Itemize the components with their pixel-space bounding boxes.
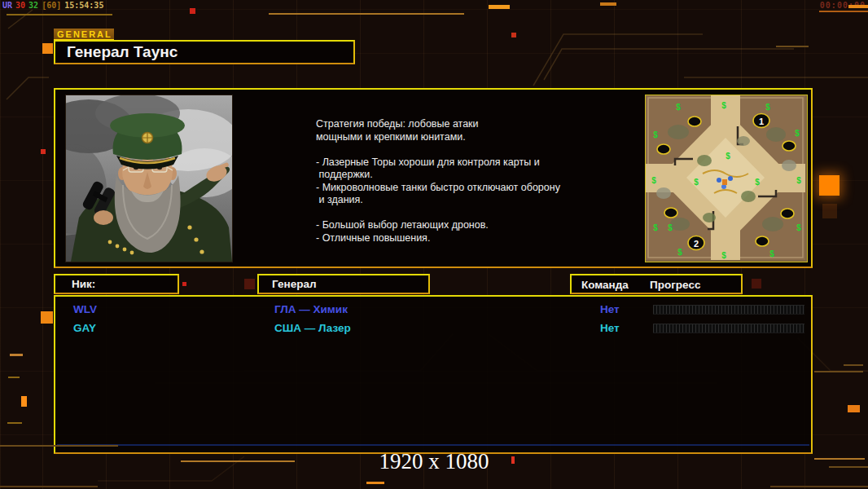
money-pile-icon: $ [694, 178, 699, 187]
circuit-decor [819, 11, 868, 12]
circuit-decor [41, 311, 53, 324]
money-pile-icon: $ [755, 178, 760, 187]
strategy-description: Стратегия победы: лобовые атаки мощными … [316, 118, 593, 244]
page-title: Генерал Таунс [55, 42, 353, 63]
circuit-decor [814, 371, 863, 372]
circuit-decor [269, 13, 464, 15]
circuit-decor [182, 282, 186, 286]
circuit-decor [489, 5, 510, 9]
map-start-marker-1: 1 [759, 117, 764, 126]
circuit-decor [8, 377, 20, 378]
tab-general[interactable]: GENERAL [54, 29, 114, 40]
circuit-decor [814, 458, 865, 460]
money-pile-icon: $ [796, 176, 801, 185]
player-progress-bar [653, 324, 804, 333]
player-progress-bar [653, 305, 804, 315]
circuit-decor [770, 486, 868, 487]
general-portrait [65, 95, 233, 262]
circuit-decor [829, 466, 868, 468]
general-column-label: Генерал [259, 275, 428, 293]
circuit-decor [41, 149, 46, 154]
nick-column-label: Ник: [55, 275, 178, 293]
circuit-decor [822, 204, 837, 218]
debug-status-text: UR3032[60]15:54:35 [2, 1, 107, 10]
debug-segment: UR [2, 1, 12, 10]
circuit-decor [511, 456, 515, 464]
circuit-decor [511, 33, 516, 37]
circuit-decor [819, 175, 840, 196]
money-pile-icon: $ [726, 152, 730, 161]
money-pile-icon: $ [668, 223, 673, 232]
player-general: ГЛА — Химик [274, 303, 348, 315]
circuit-decor [0, 445, 118, 447]
player-row: WLV ГЛА — Химик Нет [55, 301, 811, 319]
money-pile-icon: $ [721, 251, 726, 260]
circuit-decor [181, 460, 295, 462]
general-portrait-image [66, 95, 232, 262]
circuit-decor [21, 396, 27, 407]
debug-segment: [60] [42, 1, 61, 10]
map-preview: $$ $$ $$ $$ $$ $$ $$ $$ 1 2 [645, 95, 808, 262]
progress-column-label: Прогресс [650, 276, 700, 293]
general-title-box: Генерал Таунс [54, 40, 355, 64]
circuit-decor [0, 486, 98, 487]
player-nick: WLV [73, 303, 97, 315]
circuit-decor [7, 422, 22, 424]
player-team: Нет [600, 303, 620, 315]
team-column-label: Команда [581, 276, 629, 293]
money-pile-icon: $ [653, 223, 658, 232]
money-pile-icon: $ [677, 248, 682, 257]
money-pile-icon: $ [676, 103, 681, 112]
circuit-decor [244, 279, 255, 289]
circuit-decor [848, 5, 868, 8]
player-row: GAY США — Лазер Нет [55, 319, 811, 338]
circuit-decor [42, 43, 53, 54]
column-header-team-progress: Команда Прогресс [570, 274, 743, 294]
column-header-nick: Ник: [54, 274, 179, 294]
circuit-decor [10, 354, 23, 356]
general-info-panel: Стратегия победы: лобовые атаки мощными … [54, 88, 813, 268]
circuit-decor [7, 14, 112, 15]
player-team: Нет [600, 322, 620, 334]
column-header-general: Генерал [257, 274, 430, 294]
circuit-decor [190, 8, 195, 14]
player-list-panel: WLV ГЛА — Химик Нет GAY США — Лазер Нет [54, 295, 813, 454]
resolution-label: 1920 x 1080 [0, 449, 868, 474]
debug-segment: 30 [15, 1, 25, 10]
debug-segment: 15:54:35 [64, 1, 103, 10]
map-preview-image: $$ $$ $$ $$ $$ $$ $$ $$ 1 2 [646, 95, 805, 260]
money-pile-icon: $ [795, 129, 800, 138]
money-pile-icon: $ [769, 249, 774, 258]
money-pile-icon: $ [796, 223, 801, 232]
circuit-decor [844, 364, 863, 366]
player-nick: GAY [73, 322, 96, 334]
circuit-decor [752, 279, 761, 289]
circuit-decor [600, 2, 616, 6]
money-pile-icon: $ [765, 103, 770, 112]
money-pile-icon: $ [721, 101, 726, 110]
player-rows: WLV ГЛА — Химик Нет GAY США — Лазер Нет [55, 301, 811, 338]
circuit-decor [848, 405, 860, 412]
debug-segment: 32 [28, 1, 38, 10]
circuit-decor [776, 46, 809, 47]
panel-divider-line [57, 444, 809, 446]
player-general: США — Лазер [274, 322, 351, 334]
map-start-marker-2: 2 [694, 239, 699, 249]
money-pile-icon: $ [653, 130, 658, 139]
circuit-decor [366, 482, 384, 484]
money-pile-icon: $ [651, 176, 656, 185]
